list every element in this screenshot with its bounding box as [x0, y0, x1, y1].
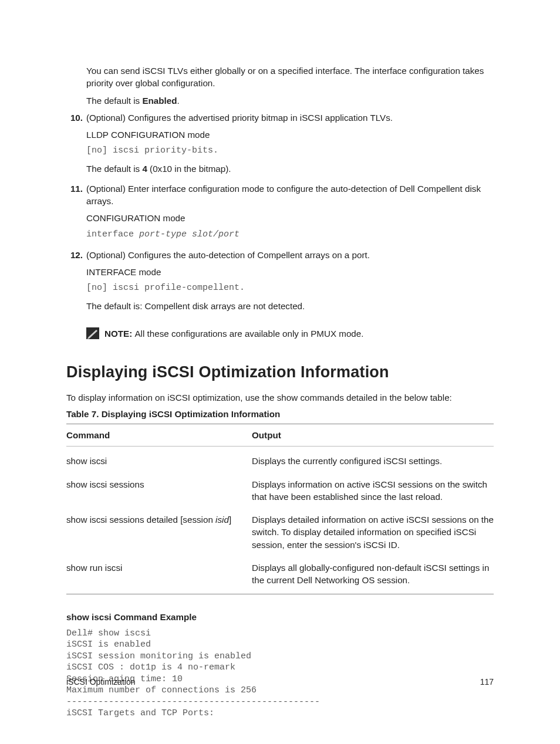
section-intro: To display information on iSCSI optimiza… — [66, 391, 494, 404]
page-footer: iSCSI Optimization 117 — [66, 677, 494, 686]
out-cell: Displays information on active iSCSI ses… — [252, 478, 494, 503]
note-text: NOTE: All these configurations are avail… — [104, 327, 364, 340]
cmd-cell: show iscsi — [66, 455, 252, 467]
step-10: 10. (Optional) Configures the advertised… — [66, 111, 494, 180]
table-header-row: Command Output — [66, 424, 494, 447]
intro-paragraph: You can send iSCSI TLVs either globally … — [66, 65, 494, 90]
cmd-cell: show iscsi sessions — [66, 478, 252, 503]
step-text: (Optional) Configures the auto-detection… — [86, 249, 494, 261]
step-11: 11. (Optional) Enter interface configura… — [66, 182, 494, 246]
step-number: 11. — [66, 182, 86, 246]
default-line: The default is Enabled. — [66, 94, 494, 107]
col-header-command: Command — [66, 429, 252, 441]
step-after: The default is: Compellent disk arrays a… — [86, 300, 494, 312]
footer-left: iSCSI Optimization — [66, 677, 135, 686]
step-code: [no] iscsi profile-compellent. — [86, 282, 494, 294]
footer-page-number: 117 — [480, 677, 494, 686]
out-cell: Displays detailed information on active … — [252, 513, 494, 551]
step-mode: INTERFACE mode — [86, 266, 494, 278]
section-heading: Displaying iSCSI Optimization Informatio… — [66, 361, 494, 384]
table-row: show iscsi sessions detailed [session is… — [66, 505, 494, 553]
example-code: Dell# show iscsi iSCSI is enabled iSCSI … — [66, 628, 494, 719]
step-number: 12. — [66, 249, 86, 317]
step-text: (Optional) Configures the advertised pri… — [86, 111, 494, 124]
cmd-cell: show run iscsi — [66, 562, 252, 587]
step-after: The default is 4 (0x10 in the bitmap). — [86, 163, 494, 175]
out-cell: Displays all globally-configured non-def… — [252, 562, 494, 587]
table-row: show iscsi Displays the currently config… — [66, 447, 494, 469]
step-mode: LLDP CONFIGURATION mode — [86, 128, 494, 141]
step-12: 12. (Optional) Configures the auto-detec… — [66, 249, 494, 317]
step-mode: CONFIGURATION mode — [86, 212, 494, 224]
step-text: (Optional) Enter interface configuration… — [86, 182, 494, 208]
commands-table: Command Output show iscsi Displays the c… — [66, 424, 494, 594]
note-block: NOTE: All these configurations are avail… — [86, 327, 494, 340]
step-code: [no] iscsi priority-bits. — [86, 144, 494, 157]
table-row: show run iscsi Displays all globally-con… — [66, 553, 494, 594]
step-number: 10. — [66, 111, 86, 180]
col-header-output: Output — [252, 429, 494, 441]
table-row: show iscsi sessions Displays information… — [66, 470, 494, 506]
table-caption: Table 7. Displaying iSCSI Optimization I… — [66, 408, 494, 420]
out-cell: Displays the currently configured iSCSI … — [252, 455, 494, 467]
note-icon — [86, 327, 99, 339]
step-code: interface port-type slot/port — [86, 228, 494, 241]
example-heading: show iscsi Command Example — [66, 611, 494, 623]
cmd-cell: show iscsi sessions detailed [session is… — [66, 513, 252, 551]
